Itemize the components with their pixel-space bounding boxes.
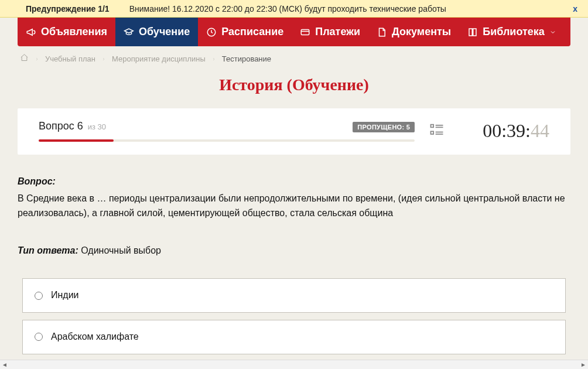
graduation-cap-icon: [124, 27, 134, 37]
scroll-left-button[interactable]: ◄: [0, 360, 9, 370]
chevron-right-icon: [211, 54, 216, 63]
answer-option-label: Арабском халифате: [51, 330, 139, 344]
nav-library[interactable]: Библиотека: [459, 18, 565, 46]
nav-label: Платежи: [315, 26, 360, 38]
credit-card-icon: [300, 27, 310, 37]
nav-learning[interactable]: Обучение: [115, 18, 198, 46]
answer-option[interactable]: Арабском халифате: [22, 320, 566, 354]
warning-title: Предупреждение 1/1: [26, 4, 110, 13]
file-icon: [377, 27, 387, 37]
question-total: из 30: [88, 122, 106, 131]
answer-type-label: Тип ответа:: [18, 245, 78, 255]
answer-option[interactable]: Индии: [22, 278, 566, 313]
skipped-badge: ПРОПУЩЕНО: 5: [353, 122, 415, 132]
nav-documents[interactable]: Документы: [368, 18, 459, 46]
answer-radio[interactable]: [35, 333, 43, 341]
warning-message: Внимание! 16.12.2020 с 22:00 до 22:30 (М…: [129, 4, 551, 13]
page-title: История (Обучение): [0, 76, 588, 94]
timer-seconds: 44: [531, 120, 549, 142]
chevron-right-icon: [35, 54, 39, 63]
answer-type-value: Одиночный выбор: [81, 245, 161, 255]
nav-label: Документы: [392, 26, 451, 38]
progress-bar: [39, 139, 415, 142]
svg-rect-1: [301, 29, 309, 35]
answer-options: Индии Арабском халифате: [18, 278, 570, 354]
question-label: Вопрос:: [18, 175, 570, 189]
svg-rect-3: [431, 131, 434, 134]
scrollbar-track[interactable]: [9, 360, 579, 370]
timer: 00:39:44: [483, 120, 549, 142]
scroll-right-button[interactable]: ►: [579, 360, 588, 370]
chevron-right-icon: [101, 54, 106, 63]
close-icon[interactable]: x: [570, 4, 580, 13]
nav-label: Библиотека: [483, 26, 545, 38]
breadcrumb-current: Тестирование: [222, 54, 271, 63]
nav-label: Обучение: [139, 26, 190, 38]
horizontal-scrollbar[interactable]: ◄ ►: [0, 360, 588, 369]
warning-bar: Предупреждение 1/1 Внимание! 16.12.2020 …: [0, 0, 588, 18]
book-icon: [467, 27, 478, 37]
svg-rect-2: [431, 125, 434, 128]
breadcrumb: Учебный план Мероприятие дисциплины Тест…: [0, 46, 588, 71]
chevron-down-icon: [549, 29, 556, 36]
nav-label: Объявления: [41, 26, 107, 38]
progress-fill: [39, 139, 114, 142]
home-icon[interactable]: [20, 53, 29, 64]
breadcrumb-link-event[interactable]: Мероприятие дисциплины: [112, 54, 206, 63]
answer-radio[interactable]: [35, 292, 43, 300]
clock-icon: [206, 27, 217, 37]
answer-option-label: Индии: [51, 288, 79, 303]
nav-label: Расписание: [221, 26, 283, 38]
question-list-icon[interactable]: [429, 122, 445, 140]
main-nav: Объявления Обучение Расписание Платежи: [18, 18, 570, 46]
breadcrumb-link-plan[interactable]: Учебный план: [45, 54, 95, 63]
timer-main: 00:39:: [483, 120, 531, 142]
question-number: Вопрос 6: [39, 120, 83, 132]
nav-payments[interactable]: Платежи: [292, 18, 368, 46]
test-status-bar: Вопрос 6 из 30 ПРОПУЩЕНО: 5 00:39:44: [18, 108, 570, 155]
nav-schedule[interactable]: Расписание: [198, 18, 292, 46]
question-text: В Средние века в … периоды централизации…: [18, 192, 570, 221]
nav-announcements[interactable]: Объявления: [18, 18, 115, 46]
megaphone-icon: [26, 27, 36, 37]
